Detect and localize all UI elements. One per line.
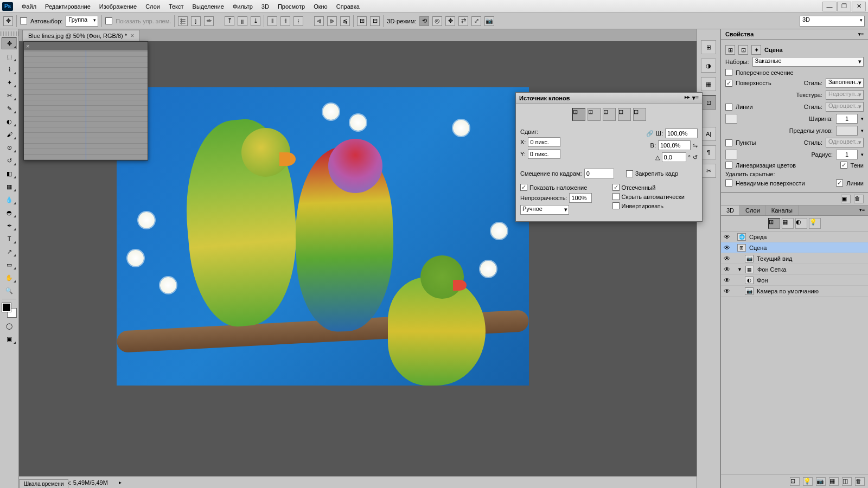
menu-файл[interactable]: Файл xyxy=(17,1,41,12)
color-swatches[interactable] xyxy=(2,303,16,317)
new-layer-button[interactable]: ◫ xyxy=(842,477,852,486)
expand-icon[interactable]: ▼ xyxy=(737,267,742,272)
eraser-tool[interactable]: ◧ xyxy=(2,168,17,179)
space-h-icon[interactable]: ⫷ xyxy=(314,16,324,26)
visibility-icon[interactable]: 👁 xyxy=(723,244,731,252)
timeline-tab[interactable]: Шкала времени xyxy=(19,479,68,488)
layer-row[interactable]: 👁📷Текущий вид xyxy=(721,253,868,264)
surface-style-dropdown[interactable]: Заполнен... xyxy=(826,78,864,88)
autoselect-dropdown[interactable]: Группа xyxy=(66,16,98,27)
autoselect-checkbox[interactable] xyxy=(20,17,27,24)
angle-input[interactable] xyxy=(662,152,686,162)
align-hcenter-icon[interactable]: ⫿ xyxy=(191,16,201,26)
lasso-tool[interactable]: ⌇ xyxy=(2,63,17,75)
panel-menu-icon[interactable]: ▾≡ xyxy=(856,206,868,215)
panel-menu-icon[interactable]: ▾≡ xyxy=(858,31,864,37)
strip-swatches-icon[interactable]: ▦ xyxy=(701,77,716,91)
height-input[interactable] xyxy=(658,140,691,150)
menu-слои[interactable]: Слои xyxy=(141,1,164,12)
lines-checkbox[interactable] xyxy=(725,104,732,111)
surface-checkbox[interactable] xyxy=(725,80,732,87)
lines-color-swatch[interactable] xyxy=(725,114,737,124)
delete-button[interactable]: 🗑 xyxy=(854,195,864,203)
points-checkbox[interactable] xyxy=(725,139,732,146)
maximize-button[interactable]: ❐ xyxy=(837,2,851,11)
new-camera-button[interactable]: 📷 xyxy=(816,477,826,486)
minimize-button[interactable]: — xyxy=(822,2,837,11)
align-left-icon[interactable]: ⬱ xyxy=(178,16,188,26)
show-controls-checkbox[interactable] xyxy=(105,17,112,24)
zoom-tool[interactable]: 🔍 xyxy=(2,285,17,297)
filter-all-icon[interactable]: ⊞ xyxy=(768,218,780,229)
quickmask-button[interactable]: ◯ xyxy=(2,320,17,332)
clone-source-1[interactable]: ⊡ xyxy=(572,108,585,121)
lock-frame-checkbox[interactable] xyxy=(626,170,633,177)
menu-фильтр[interactable]: Фильтр xyxy=(228,1,257,12)
wand-tool[interactable]: ✦ xyxy=(2,76,17,88)
text-tool[interactable]: T xyxy=(2,233,17,245)
dodge-tool[interactable]: ◓ xyxy=(2,207,17,219)
strip-color-icon[interactable]: ◑ xyxy=(701,59,716,73)
collapse-icon[interactable]: ▸▸ xyxy=(685,94,690,101)
close-button[interactable]: ✕ xyxy=(852,2,866,11)
lines2-checkbox[interactable] xyxy=(836,179,843,187)
link-icon[interactable]: 🔗 xyxy=(646,130,654,137)
gradient-tool[interactable]: ▦ xyxy=(2,181,17,192)
shadows-checkbox[interactable] xyxy=(840,162,847,169)
width-input[interactable] xyxy=(665,129,698,138)
strip-character-icon[interactable]: A| xyxy=(701,127,716,141)
align-right-icon[interactable]: ⬲ xyxy=(204,16,214,26)
filter-mesh-icon[interactable]: ▦ xyxy=(782,218,794,229)
strip-adjustments-icon[interactable]: ✂ xyxy=(701,164,716,178)
properties-tab[interactable]: Свойства ▾≡ xyxy=(721,29,868,40)
move-tool[interactable]: ✥ xyxy=(2,37,17,49)
fg-color-swatch[interactable] xyxy=(2,303,11,312)
healing-tool[interactable]: ◐ xyxy=(2,115,17,127)
presets-dropdown[interactable]: Заказные xyxy=(752,57,864,67)
align-top-icon[interactable]: ⤒ xyxy=(225,16,234,26)
path-tool[interactable]: ↗ xyxy=(2,246,17,258)
history-brush-tool[interactable]: ↺ xyxy=(2,155,17,166)
brush-tool[interactable]: 🖌 xyxy=(2,129,17,140)
menu-изображение[interactable]: Изображение xyxy=(95,1,141,12)
menu-окно[interactable]: Окно xyxy=(309,1,332,12)
distribute-3-icon[interactable]: ⫶ xyxy=(293,16,303,26)
distribute-v-icon[interactable]: ⫵ xyxy=(280,16,290,26)
space-v-icon[interactable]: ⫸ xyxy=(327,16,337,26)
tab-слои[interactable]: Слои xyxy=(740,206,766,215)
cross-section-checkbox[interactable] xyxy=(725,69,732,76)
visibility-icon[interactable]: 👁 xyxy=(723,233,731,241)
reset-icon[interactable]: ↺ xyxy=(693,154,698,161)
blend-mode-dropdown[interactable]: Ручное xyxy=(520,205,569,215)
workspace-dropdown[interactable]: 3D xyxy=(800,16,865,27)
layer-row[interactable]: 👁▼▦Фон Сетка xyxy=(721,264,868,275)
autohide-checkbox[interactable] xyxy=(612,193,620,200)
align-vcenter-icon[interactable]: ⫼ xyxy=(238,16,247,26)
distribute-h-icon[interactable]: ⫴ xyxy=(267,16,277,26)
clone-tool[interactable]: ⊙ xyxy=(2,142,17,153)
layer-row[interactable]: 👁◐Фон xyxy=(721,275,868,286)
clone-source-3[interactable]: ⊡ xyxy=(603,108,616,121)
invisible-surfaces-checkbox[interactable] xyxy=(725,179,732,187)
filter-light-icon[interactable]: 💡 xyxy=(809,218,821,229)
shape-tool[interactable]: ▭ xyxy=(2,259,17,271)
lines-width-input[interactable] xyxy=(836,114,858,124)
marquee-tool[interactable]: ⬚ xyxy=(2,50,17,62)
strip-history-icon[interactable]: ⊞ xyxy=(701,40,716,54)
layer-row[interactable]: 👁⊞Сцена xyxy=(721,242,868,253)
menu-3d[interactable]: 3D xyxy=(257,1,273,12)
layer-row[interactable]: 👁🌐Среда xyxy=(721,232,868,242)
menu-текст[interactable]: Текст xyxy=(164,1,188,12)
new-light2-button[interactable]: 💡 xyxy=(803,477,813,486)
flip-h-icon[interactable]: ⇋ xyxy=(693,142,698,149)
close-tab-icon[interactable]: × xyxy=(130,32,134,40)
auto-blend-icon[interactable]: ⊟ xyxy=(370,16,380,26)
crop-tool[interactable]: ✂ xyxy=(2,89,17,101)
clone-source-4[interactable]: ⊡ xyxy=(618,108,631,121)
y-input[interactable] xyxy=(528,149,560,159)
3d-rotate-icon[interactable]: ⟲ xyxy=(419,16,429,26)
invert-checkbox[interactable] xyxy=(612,202,620,209)
angle-limits-input[interactable] xyxy=(836,126,858,136)
pen-tool[interactable]: ✒ xyxy=(2,220,17,232)
navigator-close-icon[interactable]: × xyxy=(26,43,29,49)
